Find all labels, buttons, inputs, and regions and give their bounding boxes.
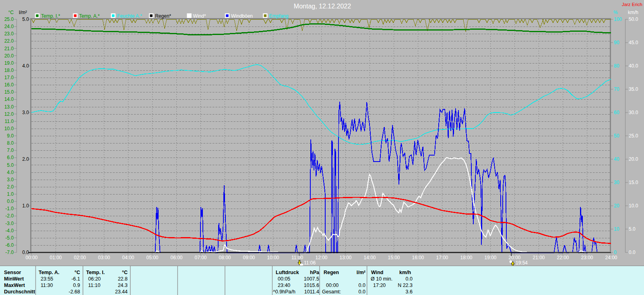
svg-text:1015.6: 1015.6	[304, 283, 319, 288]
svg-text:Jarz Erich: Jarz Erich	[622, 2, 642, 7]
svg-text:0.0: 0.0	[22, 250, 29, 255]
svg-text:Temp. I.: Temp. I.	[86, 270, 105, 275]
svg-text:5.0: 5.0	[7, 162, 14, 168]
svg-text:Temp. I.*: Temp. I.*	[41, 13, 60, 19]
svg-text:12.0: 12.0	[4, 111, 14, 117]
svg-text:l/m²: l/m²	[357, 270, 365, 275]
svg-text:°C: °C	[122, 270, 128, 275]
svg-text:5.0: 5.0	[22, 16, 29, 22]
svg-text:23.0: 23.0	[4, 31, 14, 37]
svg-text:0.9: 0.9	[73, 283, 80, 288]
svg-text:19.0: 19.0	[4, 60, 14, 66]
svg-text:Regen: Regen	[324, 270, 339, 275]
svg-text:6.0: 6.0	[7, 155, 14, 160]
svg-text:07:00: 07:00	[194, 255, 206, 260]
svg-text:km/h: km/h	[399, 270, 411, 275]
svg-text:-2.68: -2.68	[69, 289, 80, 295]
svg-text:-4.0: -4.0	[5, 228, 14, 234]
svg-text:10.0: 10.0	[629, 203, 638, 209]
svg-text:16.0: 16.0	[4, 82, 14, 88]
svg-text:17.0: 17.0	[4, 75, 14, 80]
svg-text:11.0: 11.0	[5, 119, 14, 124]
svg-text:100: 100	[614, 16, 622, 22]
svg-text:N 22.3: N 22.3	[398, 283, 413, 288]
svg-text:04:00: 04:00	[122, 255, 134, 260]
svg-text:50: 50	[614, 133, 619, 139]
svg-text:Temp. A.: Temp. A.	[39, 270, 59, 275]
svg-text:06:20: 06:20	[88, 276, 101, 282]
svg-text:15.0: 15.0	[629, 180, 638, 185]
svg-text:16:00: 16:00	[412, 255, 424, 260]
svg-text:30: 30	[614, 180, 619, 185]
svg-text:0.0: 0.0	[359, 289, 365, 295]
svg-text:-7.0: -7.0	[5, 250, 14, 255]
svg-text:-2.0: -2.0	[5, 213, 14, 219]
svg-text:0.0: 0.0	[359, 283, 365, 288]
svg-text:-3.0: -3.0	[5, 221, 14, 226]
svg-text:19:54: 19:54	[516, 260, 528, 266]
svg-text:23:55: 23:55	[41, 276, 53, 282]
svg-text:01:00: 01:00	[50, 255, 62, 260]
svg-text:5.0: 5.0	[629, 226, 636, 232]
svg-text:18:00: 18:00	[460, 255, 472, 260]
svg-text:13.0: 13.0	[4, 104, 14, 110]
svg-text:Sensor: Sensor	[4, 270, 21, 275]
svg-text:1011.4: 1011.4	[304, 289, 319, 295]
svg-text:70: 70	[614, 86, 619, 92]
svg-text:00:00: 00:00	[326, 283, 339, 288]
svg-text:l/m²: l/m²	[19, 10, 27, 15]
svg-text:Ø 10 min.: Ø 10 min.	[371, 276, 392, 282]
svg-text:Wind*: Wind*	[193, 13, 206, 19]
svg-text:Temp. A.*: Temp. A.*	[79, 13, 100, 19]
svg-text:22:00: 22:00	[557, 255, 569, 260]
svg-text:23:40: 23:40	[278, 283, 290, 288]
svg-text:15.0: 15.0	[4, 89, 14, 95]
svg-text:2.0: 2.0	[7, 184, 14, 190]
svg-text:09:00: 09:00	[243, 255, 255, 260]
svg-text:0: 0	[614, 250, 617, 255]
svg-text:11:00: 11:00	[291, 255, 303, 260]
svg-text:3.6: 3.6	[406, 289, 413, 295]
svg-text:25.0: 25.0	[629, 133, 638, 139]
svg-text:14.0: 14.0	[4, 96, 14, 102]
svg-text:MinWert: MinWert	[4, 276, 24, 282]
svg-text:25.0: 25.0	[4, 16, 14, 22]
svg-text:06:00: 06:00	[170, 255, 182, 260]
svg-text:0.0: 0.0	[629, 250, 636, 255]
svg-text:90: 90	[614, 40, 619, 45]
svg-text:Wind: Wind	[371, 270, 383, 275]
svg-text:24.3: 24.3	[118, 283, 128, 288]
svg-text:60: 60	[614, 110, 619, 115]
svg-text:1.0: 1.0	[22, 203, 29, 209]
svg-text:-6.1: -6.1	[71, 276, 80, 282]
svg-text:2.0: 2.0	[22, 156, 29, 162]
svg-text:7.0: 7.0	[7, 148, 14, 153]
svg-text:4.0: 4.0	[22, 63, 29, 69]
svg-text:00:00: 00:00	[25, 255, 37, 260]
svg-text:Regen*: Regen*	[155, 13, 171, 19]
svg-text:23.44: 23.44	[115, 289, 128, 295]
svg-text:10: 10	[614, 226, 619, 232]
svg-text:^0.9hPa/h: ^0.9hPa/h	[273, 289, 295, 295]
svg-text:80: 80	[614, 63, 619, 69]
svg-text:22.8: 22.8	[118, 276, 128, 282]
svg-text:24:00: 24:00	[605, 255, 617, 260]
svg-text:%: %	[613, 10, 618, 15]
svg-text:Empfang: Empfang	[269, 13, 288, 19]
svg-text:-1.0: -1.0	[5, 206, 14, 211]
svg-text:9.0: 9.0	[7, 133, 14, 139]
svg-text:24.0: 24.0	[4, 24, 14, 29]
svg-text:°C: °C	[74, 270, 80, 275]
svg-text:3.0: 3.0	[22, 110, 29, 115]
svg-text:35.0: 35.0	[629, 86, 638, 92]
svg-text:Windböen: Windböen	[231, 13, 253, 19]
svg-text:8.0: 8.0	[7, 140, 14, 146]
svg-text:21.0: 21.0	[4, 46, 14, 51]
svg-text:20.0: 20.0	[4, 53, 14, 59]
svg-text:20: 20	[614, 203, 619, 209]
svg-text:10.0: 10.0	[4, 126, 14, 131]
svg-text:11:30: 11:30	[41, 283, 53, 288]
svg-text:45.0: 45.0	[629, 40, 638, 45]
svg-text:30.0: 30.0	[629, 110, 638, 115]
svg-text:02:00: 02:00	[74, 255, 86, 260]
